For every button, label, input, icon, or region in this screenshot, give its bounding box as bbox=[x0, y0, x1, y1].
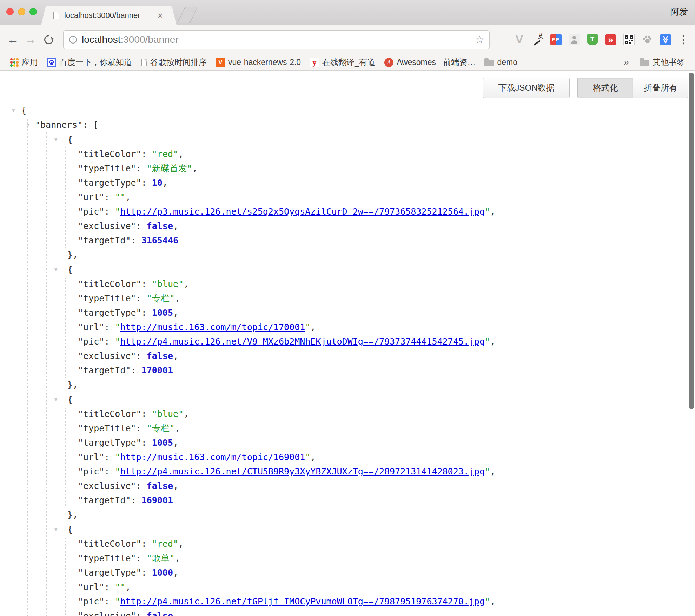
json-key: "exclusive" bbox=[78, 611, 136, 616]
json-key: "targetType" bbox=[78, 178, 141, 188]
vue-devtools-icon[interactable]: V bbox=[513, 33, 526, 46]
download-json-button[interactable]: 下载JSON数据 bbox=[483, 78, 570, 98]
bookmark-star-icon[interactable]: ☆ bbox=[475, 33, 484, 46]
json-literal-value: false bbox=[147, 481, 173, 491]
json-line: "typeTitle": "专栏", bbox=[49, 291, 682, 306]
bookmarks-overflow-chevron[interactable]: » bbox=[617, 57, 635, 68]
collapse-toggle-icon[interactable]: ▼ bbox=[54, 132, 57, 147]
json-key: "exclusive" bbox=[78, 351, 136, 361]
forward-button[interactable]: → bbox=[22, 33, 39, 46]
json-line: "exclusive": false bbox=[49, 609, 682, 616]
json-literal-value: false bbox=[147, 611, 173, 616]
json-line: "titleColor": "red", bbox=[49, 537, 682, 551]
json-line: "typeTitle": "专栏", bbox=[49, 421, 682, 435]
json-line: "targetId": 170001 bbox=[49, 363, 682, 378]
json-url-link[interactable]: http://music.163.com/m/topic/169001 bbox=[120, 452, 305, 462]
qr-code-icon[interactable] bbox=[622, 33, 635, 46]
json-key: "titleColor" bbox=[78, 149, 141, 159]
vue-icon: V bbox=[216, 58, 225, 67]
bookmark-item[interactable]: 百度一下，你就知道 bbox=[42, 54, 137, 70]
browser-tab[interactable]: localhost:3000/banner × bbox=[49, 6, 168, 25]
json-line: "targetType": 10, bbox=[49, 176, 682, 190]
folder-icon bbox=[640, 60, 649, 66]
json-line: "url": "http://music.163.com/m/topic/169… bbox=[49, 450, 682, 464]
json-literal-value: 1000 bbox=[152, 568, 173, 578]
json-line: "targetType": 1000, bbox=[49, 565, 682, 580]
doc-icon bbox=[141, 59, 147, 66]
json-viewer: ▼{▼"banners": [▼{"titleColor": "red","ty… bbox=[0, 71, 695, 616]
fast-forward-icon[interactable]: » bbox=[604, 33, 617, 46]
other-bookmarks-folder[interactable]: 其他书签 bbox=[635, 54, 689, 70]
zoom-window-button[interactable] bbox=[29, 8, 37, 15]
format-button[interactable]: 格式化 bbox=[577, 78, 633, 98]
paw-icon[interactable] bbox=[641, 33, 654, 46]
json-key: "banners" bbox=[35, 120, 82, 130]
reload-button[interactable] bbox=[42, 33, 55, 46]
json-line: }, bbox=[49, 378, 682, 392]
bookmark-label: vue-hackernews-2.0 bbox=[228, 58, 301, 67]
page-info-icon[interactable]: i bbox=[69, 36, 77, 44]
user-agent-icon[interactable] bbox=[568, 33, 581, 46]
json-line: "exclusive": false, bbox=[49, 219, 682, 233]
json-line: "targetType": 1005, bbox=[49, 435, 682, 450]
json-key: "typeTitle" bbox=[78, 163, 136, 173]
new-tab-button[interactable] bbox=[177, 7, 198, 23]
collapse-toggle-icon[interactable]: ▼ bbox=[27, 118, 29, 132]
json-key: "titleColor" bbox=[78, 409, 141, 419]
json-array-item: ▼{"titleColor": "blue","typeTitle": "专栏"… bbox=[49, 392, 682, 522]
bookmark-item[interactable]: y在线翻译_有道 bbox=[305, 54, 380, 70]
collapse-toggle-icon[interactable]: ▼ bbox=[54, 392, 57, 407]
json-key: "pic" bbox=[78, 336, 104, 347]
json-line: "targetId": 169001 bbox=[49, 493, 682, 507]
json-url-link[interactable]: http://music.163.com/m/topic/170001 bbox=[120, 322, 305, 332]
json-key: "url" bbox=[78, 192, 104, 202]
json-string-value: "blue" bbox=[152, 409, 184, 419]
json-key: "targetType" bbox=[78, 568, 141, 578]
collapse-toggle-icon[interactable]: ▼ bbox=[54, 262, 57, 277]
minimize-window-button[interactable] bbox=[18, 8, 25, 15]
json-line: }, bbox=[49, 248, 682, 262]
json-url-link[interactable]: http://p4.music.126.net/tGPljf-IMOCyPvum… bbox=[120, 596, 485, 607]
json-key: "url" bbox=[78, 322, 104, 332]
tab-close-icon[interactable]: × bbox=[158, 12, 163, 19]
bookmark-item[interactable]: 应用 bbox=[6, 54, 42, 70]
json-literal-value: 1005 bbox=[152, 308, 173, 318]
vertical-scrollbar[interactable] bbox=[689, 73, 694, 409]
bookmark-item[interactable]: 谷歌按时间排序 bbox=[137, 54, 211, 70]
json-line: ▼{ bbox=[49, 392, 682, 407]
close-window-button[interactable] bbox=[6, 8, 14, 15]
collapse-toggle-icon[interactable]: ▼ bbox=[54, 522, 57, 537]
json-line: "url": "", bbox=[49, 190, 682, 204]
url-host: localhost bbox=[82, 34, 121, 45]
translate-icon[interactable]: 英 bbox=[531, 33, 544, 46]
json-literal-value: 3165446 bbox=[141, 235, 178, 245]
collapse-toggle-icon[interactable]: ▼ bbox=[12, 103, 15, 118]
address-bar[interactable]: i localhost:3000/banner ☆ bbox=[63, 30, 490, 49]
menu-dots-icon[interactable]: ⋮ bbox=[677, 33, 690, 46]
json-string-value: "red" bbox=[152, 539, 178, 549]
json-string-value: "专栏" bbox=[147, 423, 175, 433]
bookmark-item[interactable]: demo bbox=[480, 54, 522, 70]
bookmark-label: Awesomes - 前端资… bbox=[397, 57, 476, 68]
json-string-value: "blue" bbox=[152, 279, 184, 289]
json-url-link[interactable]: http://p4.music.126.net/CTU5B9R9y3XyYBZX… bbox=[120, 466, 485, 477]
apps-icon bbox=[10, 58, 19, 67]
tampermonkey-icon[interactable]: T bbox=[586, 33, 599, 46]
json-line: ▼{ bbox=[49, 522, 682, 537]
bookmark-item[interactable]: Vvue-hackernews-2.0 bbox=[211, 54, 305, 70]
json-key: "pic" bbox=[78, 207, 104, 217]
youdao-icon: y bbox=[310, 58, 319, 67]
json-url-link[interactable]: http://p4.music.126.net/V9-MXz6b2MNhEKju… bbox=[120, 336, 485, 347]
json-url-link[interactable]: http://p3.music.126.net/s25q2x5QyqsAzilC… bbox=[120, 207, 485, 217]
back-button[interactable]: ← bbox=[4, 33, 22, 46]
json-key: "url" bbox=[78, 582, 104, 592]
fe-helper-icon[interactable]: FE bbox=[549, 33, 562, 46]
blue-chevrons-icon[interactable]: ≫ bbox=[659, 33, 672, 46]
json-line: "url": "", bbox=[49, 580, 682, 594]
collapse-all-button[interactable]: 折叠所有 bbox=[633, 78, 688, 98]
json-literal-value: false bbox=[147, 221, 173, 231]
bookmark-label: demo bbox=[497, 58, 517, 67]
bookmark-item[interactable]: AAwesomes - 前端资… bbox=[380, 54, 480, 70]
profile-name[interactable]: 阿发 bbox=[670, 0, 688, 25]
bookmark-label: 应用 bbox=[22, 57, 38, 68]
